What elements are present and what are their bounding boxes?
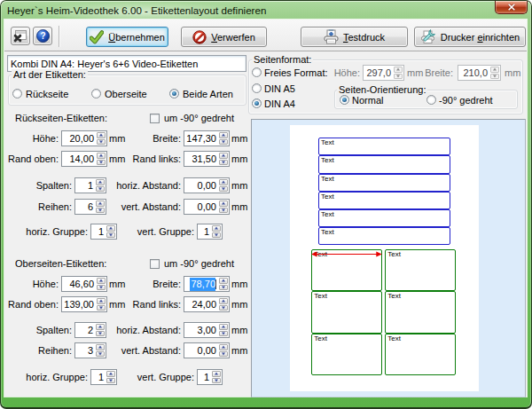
field-label: Höhe:	[0, 276, 59, 292]
field-unit: mm	[231, 177, 247, 193]
field-spinbox[interactable]: 78,70	[184, 276, 230, 292]
exit-window-button[interactable]	[11, 27, 30, 45]
preview-label-box: Text	[318, 227, 450, 245]
free-height-label: Höhe:	[307, 65, 360, 81]
window-title: Heyer`s Heim-Videothek 6.00 - Etikettenl…	[7, 4, 266, 16]
spin-down-button[interactable]	[219, 331, 228, 337]
spin-down-button[interactable]	[212, 378, 221, 384]
dialog-window: Heyer`s Heim-Videothek 6.00 - Etikettenl…	[0, 0, 532, 409]
toolbar-separator	[59, 26, 59, 47]
field-label: vert. Abstand:	[74, 342, 181, 358]
field-spinbox[interactable]: 31,50	[184, 151, 230, 167]
preview-label-box: Text	[318, 209, 450, 227]
radio-freies-format[interactable]	[252, 67, 262, 77]
spin-up-button[interactable]	[219, 344, 228, 350]
field-label: vert. Gruppe:	[88, 224, 194, 240]
cancel-icon	[192, 30, 207, 44]
preview-label-box: Text	[385, 334, 456, 375]
orientation-group-title: Seiten-Orientierung:	[337, 84, 427, 95]
spin-down-button[interactable]	[212, 232, 221, 239]
help-icon: ?	[36, 29, 50, 43]
radio-oberseite[interactable]	[91, 89, 101, 98]
field-spinbox[interactable]: 0,00	[184, 199, 230, 215]
top-section-title: Oberseiten-Etiketten:	[15, 258, 106, 269]
apply-button-label: Übernehmen	[108, 32, 165, 43]
free-width-up-button[interactable]	[490, 67, 499, 73]
discard-button[interactable]: Verwerfen	[181, 27, 267, 47]
preview-panel[interactable]: TextTextTextTextTextTextTextTextTextText…	[251, 119, 526, 397]
radio-orientation-normal[interactable]	[340, 95, 349, 105]
printer-setup-button[interactable]: Drucker einrichten	[414, 27, 526, 47]
preview-label-box: Text	[318, 155, 450, 173]
discard-button-label: Verwerfen	[211, 32, 255, 43]
spin-up-button[interactable]	[219, 278, 228, 284]
spin-up-button[interactable]	[219, 298, 228, 304]
radio-rueckseite[interactable]	[12, 89, 22, 98]
spin-down-button[interactable]	[219, 208, 228, 214]
close-button[interactable]	[495, 1, 528, 14]
field-spinbox[interactable]: 3,00	[184, 322, 230, 338]
field-label: Rand oben:	[0, 296, 59, 312]
spin-down-button[interactable]	[219, 160, 228, 166]
spin-down-button[interactable]	[219, 285, 228, 291]
free-height-spinbox[interactable]: 297,0	[363, 65, 404, 81]
radio-beide-arten[interactable]	[169, 89, 179, 98]
spin-down-button[interactable]	[219, 351, 228, 358]
field-spinbox[interactable]: 1	[197, 224, 223, 240]
spin-down-button[interactable]	[219, 305, 228, 311]
field-unit: mm	[231, 199, 247, 215]
spin-down-button[interactable]	[219, 139, 228, 146]
back-rotate-label: um -90° gedreht	[164, 110, 234, 126]
top-rotate-checkbox[interactable]	[150, 259, 160, 269]
preview-label-box: Text	[385, 291, 456, 333]
radio-orientation-rotated[interactable]	[426, 95, 436, 105]
width-measure-arrow	[311, 250, 382, 259]
field-label: horiz. Abstand:	[74, 322, 181, 338]
text-caret	[215, 279, 216, 289]
checkmark-icon	[90, 30, 104, 44]
test-print-button-label: Testdruck	[343, 32, 385, 43]
field-label: Höhe:	[0, 130, 59, 146]
preview-label-text: Text	[321, 156, 334, 165]
help-button[interactable]: ?	[33, 27, 52, 45]
preview-label-box: Text	[318, 174, 450, 192]
printer-icon	[324, 29, 339, 44]
radio-din-a4-label: DIN A4	[264, 96, 295, 112]
printer-setup-button-label: Drucker einrichten	[441, 32, 520, 43]
field-value: 147,30	[185, 131, 218, 146]
field-value: 1	[199, 224, 211, 239]
field-spinbox[interactable]: 0,00	[184, 342, 230, 358]
field-value: 0,00	[185, 178, 218, 193]
spin-down-button[interactable]	[219, 186, 228, 193]
spin-up-button[interactable]	[212, 371, 221, 377]
field-unit: mm	[231, 151, 247, 167]
spin-up-button[interactable]	[219, 179, 228, 185]
preview-label-text: Text	[387, 250, 401, 259]
free-width-down-button[interactable]	[490, 74, 499, 80]
radio-din-a4[interactable]	[252, 98, 262, 108]
radio-rueckseite-label: Rückseite	[26, 86, 68, 102]
field-spinbox[interactable]: 0,00	[184, 177, 230, 193]
field-unit: mm	[231, 342, 247, 358]
preview-label-text: Text	[314, 292, 327, 301]
field-spinbox[interactable]: 1	[197, 369, 223, 385]
spin-up-button[interactable]	[219, 201, 228, 207]
field-spinbox[interactable]: 24,00	[184, 296, 230, 312]
field-spinbox[interactable]: 147,30	[184, 130, 230, 146]
spin-up-button[interactable]	[219, 324, 228, 330]
apply-button[interactable]: Übernehmen	[86, 27, 168, 47]
preview-label-box: Text	[318, 192, 450, 209]
test-print-button[interactable]: Testdruck	[301, 27, 408, 47]
field-label: Spalten:	[0, 322, 72, 338]
free-width-spinbox[interactable]: 210,0	[458, 65, 501, 81]
field-label: horiz. Gruppe:	[0, 224, 88, 240]
printer-wrench-icon	[420, 29, 436, 44]
radio-din-a5[interactable]	[252, 83, 262, 93]
back-rotate-checkbox[interactable]	[150, 114, 160, 123]
spin-up-button[interactable]	[219, 132, 228, 138]
radio-din-a5-label: DIN A5	[264, 81, 295, 97]
preview-label-text: Text	[387, 334, 401, 343]
spin-up-button[interactable]	[212, 225, 221, 232]
spin-up-button[interactable]	[219, 153, 228, 159]
field-label: Spalten:	[0, 177, 72, 193]
